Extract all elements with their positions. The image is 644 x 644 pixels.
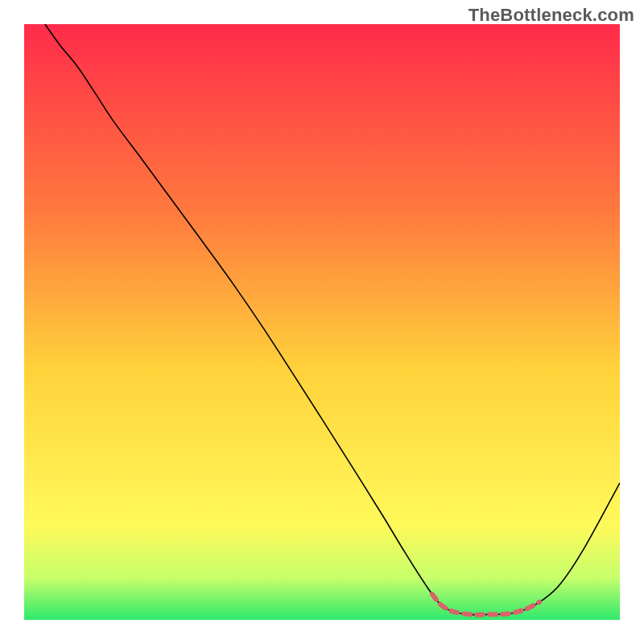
chart-svg <box>24 24 620 620</box>
chart-plot-area <box>24 24 620 620</box>
watermark-text: TheBottleneck.com <box>469 5 634 26</box>
gradient-background <box>24 24 620 620</box>
